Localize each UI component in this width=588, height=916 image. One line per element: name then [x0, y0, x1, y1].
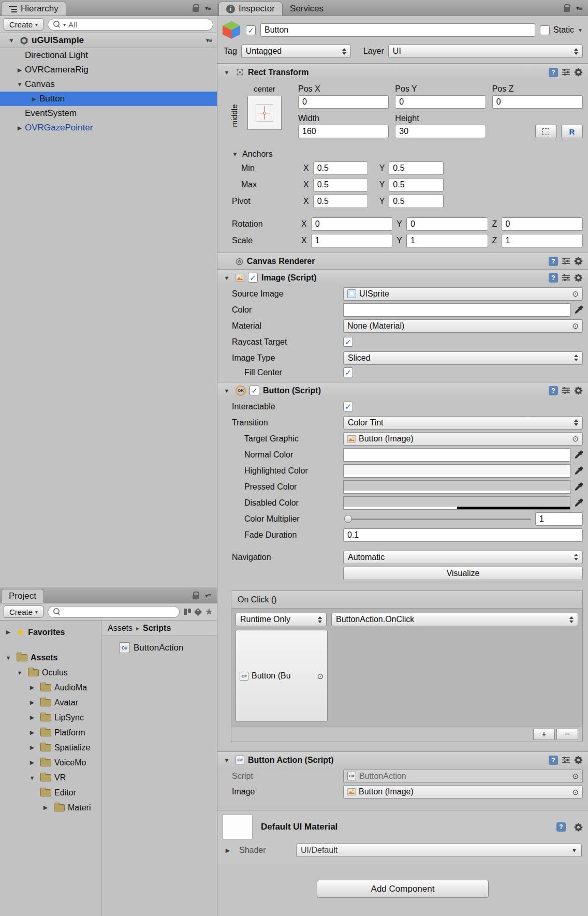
fill-center-checkbox[interactable]: ✓	[343, 367, 353, 377]
eyedropper-icon[interactable]	[574, 305, 583, 314]
foldout-open-icon[interactable]: ▼	[222, 388, 232, 394]
image-header[interactable]: ▼ ✓ Image (Script) ?	[217, 269, 588, 286]
foldout-closed-icon[interactable]: ▶	[40, 804, 51, 811]
breadcrumb-root[interactable]: Assets	[108, 624, 133, 633]
anchor-min-y-field[interactable]: 0.5	[389, 161, 444, 175]
search-by-type-icon[interactable]	[184, 609, 191, 615]
eyedropper-icon[interactable]	[574, 482, 583, 491]
eyedropper-icon[interactable]	[574, 466, 583, 475]
event-target-field[interactable]: C# Button (Bu ⊙	[236, 630, 328, 722]
project-tree-materials[interactable]: ▶ Materi	[0, 800, 101, 815]
transition-dropdown[interactable]: Color Tint	[343, 416, 583, 430]
help-icon[interactable]: ?	[549, 756, 558, 765]
gameobject-name-field[interactable]: Button	[260, 23, 535, 37]
remove-event-button[interactable]: −	[556, 729, 578, 740]
foldout-closed-icon[interactable]: ▶	[3, 629, 13, 636]
rotation-y-field[interactable]: 0	[406, 217, 488, 231]
pivot-x-field[interactable]: 0.5	[313, 195, 368, 208]
shader-dropdown[interactable]: UI/Default ▼	[296, 844, 582, 857]
rect-transform-header[interactable]: ▼ Rect Transform ?	[217, 64, 588, 80]
slider-knob[interactable]	[344, 515, 352, 523]
interactable-checkbox[interactable]: ✓	[343, 402, 353, 411]
anchor-preset-widget[interactable]: center middle	[230, 84, 293, 144]
foldout-closed-icon[interactable]: ▶	[29, 96, 39, 102]
presets-icon[interactable]	[562, 756, 570, 764]
hierarchy-item-ovrgazepointer[interactable]: ▶ OVRGazePointer	[0, 121, 217, 135]
search-by-label-icon[interactable]	[194, 608, 202, 616]
normal-color-swatch[interactable]	[343, 448, 570, 462]
project-tree-audiomanager[interactable]: ▶ AudioMa	[0, 680, 101, 695]
width-field[interactable]: 160	[298, 125, 389, 138]
hierarchy-item-button-selected[interactable]: ▶ Button	[0, 92, 217, 106]
foldout-open-icon[interactable]: ▼	[222, 275, 232, 281]
scale-y-field[interactable]: 1	[406, 234, 488, 247]
scale-x-field[interactable]: 1	[311, 234, 393, 247]
lock-icon[interactable]	[193, 7, 199, 12]
project-tree-avatar[interactable]: ▶ Avatar	[0, 695, 101, 710]
foldout-open-icon[interactable]: ▼	[14, 670, 25, 676]
foldout-open-icon[interactable]: ▼	[222, 757, 232, 763]
foldout-closed-icon[interactable]: ▶	[27, 759, 37, 766]
eyedropper-icon[interactable]	[574, 450, 583, 459]
image-ref-field[interactable]: Button (Image) ⊙	[343, 785, 583, 799]
project-tree-editor[interactable]: Editor	[0, 785, 101, 800]
search-favorites-icon[interactable]: ★	[205, 607, 213, 616]
project-file-buttonaction[interactable]: C# ButtonAction	[101, 636, 217, 653]
gameobject-active-checkbox[interactable]: ✓	[246, 25, 256, 35]
object-picker-icon[interactable]: ⊙	[317, 672, 324, 680]
gear-icon[interactable]	[574, 386, 583, 395]
button-header[interactable]: ▼ OK ✓ Button (Script) ?	[217, 382, 588, 398]
blueprint-mode-button[interactable]	[535, 125, 557, 138]
foldout-closed-icon[interactable]: ▶	[14, 67, 25, 73]
hierarchy-item-canvas[interactable]: ▼ Canvas	[0, 77, 217, 92]
presets-icon[interactable]	[562, 68, 570, 77]
color-multiplier-field[interactable]: 1	[535, 512, 583, 526]
panel-menu-icon[interactable]: ▾≡	[205, 592, 211, 599]
scene-menu-icon[interactable]: ▾≡	[206, 37, 212, 44]
panel-menu-icon[interactable]: ▾≡	[205, 5, 211, 12]
project-favorites[interactable]: ▶ ★ Favorites	[0, 625, 101, 640]
static-dropdown-icon[interactable]: ▼	[578, 27, 583, 33]
eyedropper-icon[interactable]	[574, 498, 583, 507]
pos-y-field[interactable]: 0	[395, 95, 486, 109]
help-icon[interactable]: ?	[556, 822, 566, 832]
tab-hierarchy[interactable]: Hierarchy	[1, 2, 66, 16]
color-swatch[interactable]	[343, 303, 570, 317]
gear-icon[interactable]	[574, 273, 583, 282]
project-tree-spatializer[interactable]: ▶ Spatialize	[0, 740, 101, 755]
foldout-closed-icon[interactable]: ▶	[27, 744, 37, 751]
foldout-open-icon[interactable]: ▼	[6, 37, 17, 43]
image-type-dropdown[interactable]: Sliced	[343, 351, 583, 365]
presets-icon[interactable]	[562, 386, 570, 395]
object-picker-icon[interactable]: ⊙	[572, 290, 579, 298]
gear-icon[interactable]	[574, 68, 583, 77]
foldout-closed-icon[interactable]: ▶	[223, 847, 233, 854]
raycast-target-checkbox[interactable]: ✓	[343, 337, 353, 347]
help-icon[interactable]: ?	[549, 273, 558, 283]
foldout-closed-icon[interactable]: ▶	[14, 125, 25, 131]
lock-icon[interactable]	[564, 7, 570, 12]
foldout-closed-icon[interactable]: ▶	[27, 729, 37, 736]
scene-header-row[interactable]: ▼ uGUISample ▾≡	[0, 33, 217, 48]
anchors-foldout[interactable]: ▼ Anchors	[217, 146, 588, 160]
color-multiplier-slider[interactable]	[343, 512, 532, 526]
pivot-y-field[interactable]: 0.5	[389, 195, 444, 208]
button-enabled-checkbox[interactable]: ✓	[249, 386, 259, 395]
project-tree-assets[interactable]: ▼ Assets	[0, 650, 101, 665]
breadcrumb-current[interactable]: Scripts	[143, 624, 171, 633]
hierarchy-search-input[interactable]: ▾ All	[48, 19, 213, 31]
presets-icon[interactable]	[562, 257, 570, 265]
height-field[interactable]: 30	[395, 125, 486, 138]
source-image-field[interactable]: UISprite ⊙	[343, 287, 583, 301]
gear-icon[interactable]	[574, 257, 583, 265]
foldout-open-icon[interactable]: ▼	[27, 775, 37, 781]
tab-project[interactable]: Project	[1, 589, 44, 603]
button-action-header[interactable]: ▼ C# Button Action (Script) ?	[217, 751, 588, 768]
hierarchy-item-ovrcamerarig[interactable]: ▶ OVRCameraRig	[0, 63, 217, 77]
gameobject-cube-icon[interactable]	[222, 20, 241, 40]
help-icon[interactable]: ?	[549, 68, 558, 77]
help-icon[interactable]: ?	[549, 257, 558, 266]
object-picker-icon[interactable]: ⊙	[572, 435, 579, 442]
lock-icon[interactable]	[193, 595, 199, 599]
rotation-x-field[interactable]: 0	[311, 217, 393, 231]
